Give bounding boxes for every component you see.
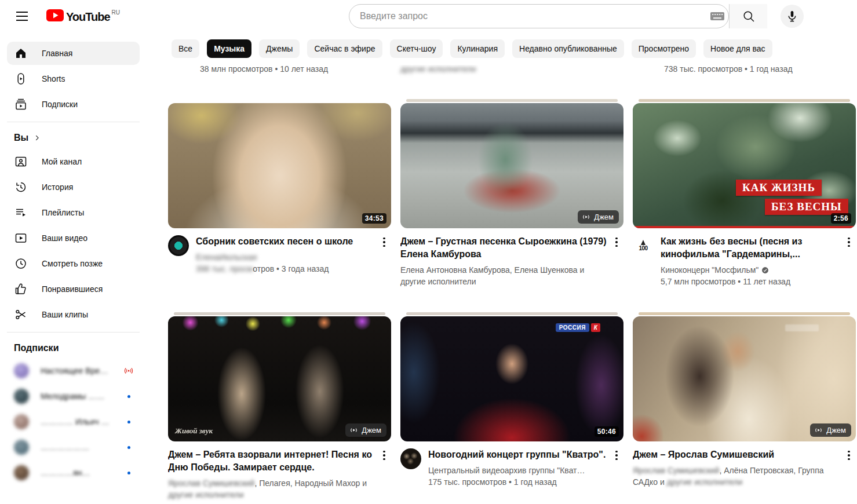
sidebar-item-history[interactable]: История <box>7 176 140 199</box>
watch-later-icon <box>14 257 28 271</box>
video-title[interactable]: Сборник советских песен о школе <box>196 235 375 248</box>
live-badge-icon <box>123 366 134 376</box>
channel-name: ………… Ильич … <box>41 417 116 426</box>
video-card: Джем Джем – Грустная песенка Сыроежкина … <box>400 103 623 287</box>
video-info: Джем – Ярослав Сумишевский Ярослав Сумиш… <box>633 448 856 488</box>
thumbnail-caption-line1: КАК ЖИЗНЬ <box>736 180 822 196</box>
channel-avatar-vinyl-record[interactable] <box>168 235 189 256</box>
hamburger-line <box>16 20 28 21</box>
voice-search-button[interactable] <box>781 5 804 28</box>
history-icon <box>14 180 28 194</box>
subscription-channel-item[interactable]: Мелодрамы …… <box>7 385 140 408</box>
video-meta-cutoff[interactable]: другие исполнители <box>400 64 476 74</box>
video-title[interactable]: Джем – Ребята взорвали интернет! Песня к… <box>168 448 375 474</box>
artists-byline[interactable]: Елена Антоновна Камбурова, Елена Шуенков… <box>400 264 607 287</box>
video-info: Сборник советских песен о школе ЕленаИюл… <box>168 235 391 275</box>
channel-avatar-kvatro[interactable] <box>400 448 421 469</box>
sidebar-item-label: Ваши клипы <box>42 310 88 319</box>
hamburger-menu-button[interactable] <box>10 5 34 28</box>
artists-byline[interactable]: Ярослав Сумишевский, Алёна Петровская, Г… <box>633 465 840 488</box>
search-area <box>349 4 804 28</box>
sidebar-item-your-videos[interactable]: Ваши видео <box>7 227 140 250</box>
video-menu-button[interactable] <box>377 448 391 462</box>
subscription-channel-item[interactable]: ……………… <box>7 436 140 459</box>
subscriptions-section-label: Подписки <box>14 343 59 353</box>
chip-watched[interactable]: Просмотрено <box>632 39 696 58</box>
artists-byline[interactable]: Ярослав Сумишевский, Пелагея, Народный М… <box>168 477 375 501</box>
jam-badge-label: Джем <box>594 213 614 221</box>
video-meta: 5,7 млн просмотров • 11 лет назад <box>661 276 840 287</box>
filter-chips: Все Музыка Джемы Сейчас в эфире Скетч-шо… <box>172 39 772 58</box>
new-content-dot <box>127 395 130 398</box>
sidebar-item-my-channel[interactable]: Мой канал <box>7 150 140 173</box>
video-menu-button[interactable] <box>842 448 856 462</box>
jam-badge: Джем <box>810 423 851 437</box>
video-title[interactable]: Новогодний концерт группы "Кватро". <box>428 448 607 461</box>
sidebar-divider <box>7 122 140 122</box>
video-info: Джем – Ребята взорвали интернет! Песня к… <box>168 448 391 501</box>
keyboard-button[interactable] <box>706 5 728 27</box>
chip-new-to-you[interactable]: Новое для вас <box>703 39 772 58</box>
search-input[interactable] <box>349 11 706 21</box>
chip-sketch[interactable]: Скетч-шоу <box>390 39 443 58</box>
sidebar-item-home[interactable]: Главная <box>7 42 140 65</box>
sidebar-item-label: Shorts <box>42 74 65 83</box>
new-content-dot <box>127 421 130 423</box>
sidebar-item-watch-later[interactable]: Смотреть позже <box>7 252 140 275</box>
video-menu-button[interactable] <box>610 448 623 462</box>
chip-jams[interactable]: Джемы <box>259 39 300 58</box>
channel-avatar <box>14 363 29 378</box>
video-menu-button[interactable] <box>377 235 391 249</box>
chip-all[interactable]: Все <box>172 39 199 58</box>
sidebar-item-your-clips[interactable]: Ваши клипы <box>7 303 140 326</box>
duration-badge: 34:53 <box>362 213 386 224</box>
sidebar-item-liked-videos[interactable]: Понравившиеся <box>7 277 140 301</box>
subscription-channel-item[interactable]: ………… Ильич … <box>7 410 140 433</box>
video-menu-button[interactable] <box>610 235 623 249</box>
stack-indicator <box>639 99 850 102</box>
chip-live[interactable]: Сейчас в эфире <box>307 39 382 58</box>
sidebar-item-label: Смотреть позже <box>42 259 103 268</box>
channel-name[interactable]: Киноконцерн "Мосфильм" <box>661 264 758 276</box>
video-info: Новогодний концерт группы "Кватро". Цент… <box>400 448 623 488</box>
video-thumbnail[interactable]: РОССИЯ К 50:46 <box>400 316 623 441</box>
channel-avatar <box>14 389 29 404</box>
video-title[interactable]: Как жизнь без весны (песня из кинофильма… <box>661 235 840 261</box>
jam-badge: Джем <box>345 423 386 437</box>
sidebar-item-shorts[interactable]: Shorts <box>7 67 140 90</box>
channel-avatar <box>14 465 29 480</box>
video-meta-cutoff[interactable]: 38 млн просмотров • 10 лет назад <box>200 64 328 74</box>
sidebar-item-subscriptions[interactable]: Подписки <box>7 93 140 116</box>
video-thumbnail[interactable]: Джем <box>633 316 856 441</box>
sidebar-section-subscriptions: Подписки <box>7 341 140 359</box>
youtube-logo[interactable]: YouTube RU <box>46 9 120 23</box>
top-bar: YouTube RU <box>0 0 857 32</box>
search-icon <box>742 9 756 23</box>
video-title[interactable]: Джем – Ярослав Сумишевский <box>633 448 840 461</box>
chip-music-active[interactable]: Музыка <box>207 39 251 58</box>
video-thumbnail[interactable]: КАК ЖИЗНЬ БЕЗ ВЕСНЫ 2:56 <box>633 103 856 228</box>
sidebar-section-you[interactable]: Вы <box>7 130 140 150</box>
chip-recently-uploaded[interactable]: Недавно опубликованные <box>512 39 624 58</box>
channel-name[interactable]: ЕленаИюльская <box>196 251 375 263</box>
video-meta: 398 тыс. просмотров • 3 года назад <box>196 263 375 275</box>
sidebar-item-label: Ваши видео <box>42 233 87 243</box>
sidebar-item-playlists[interactable]: Плейлисты <box>7 201 140 224</box>
channel-avatar-mosfilm[interactable]: 100 <box>633 235 654 256</box>
video-title[interactable]: Джем – Грустная песенка Сыроежкина (1979… <box>400 235 607 261</box>
video-thumbnail[interactable]: Джем <box>400 103 623 228</box>
chip-cooking[interactable]: Кулинария <box>450 39 505 58</box>
region-code: RU <box>112 9 120 16</box>
video-thumbnail[interactable]: Живой звук Джем <box>168 316 391 441</box>
video-meta-cutoff[interactable]: 738 тыс. просмотров • 1 год назад <box>664 64 793 74</box>
stack-indicator <box>639 312 850 315</box>
hamburger-line <box>16 16 28 17</box>
subscription-channel-item[interactable]: …………ян… <box>7 461 140 484</box>
playlists-icon <box>14 206 28 220</box>
video-menu-button[interactable] <box>842 235 856 249</box>
subscription-channel-item[interactable]: Настоящее Вре… <box>7 359 140 382</box>
channel-name: ……………… <box>41 443 116 452</box>
video-thumbnail[interactable]: 34:53 <box>168 103 391 228</box>
search-button[interactable] <box>729 4 767 28</box>
channel-name[interactable]: Центральный видеоархив группы "Кват… <box>428 465 607 476</box>
